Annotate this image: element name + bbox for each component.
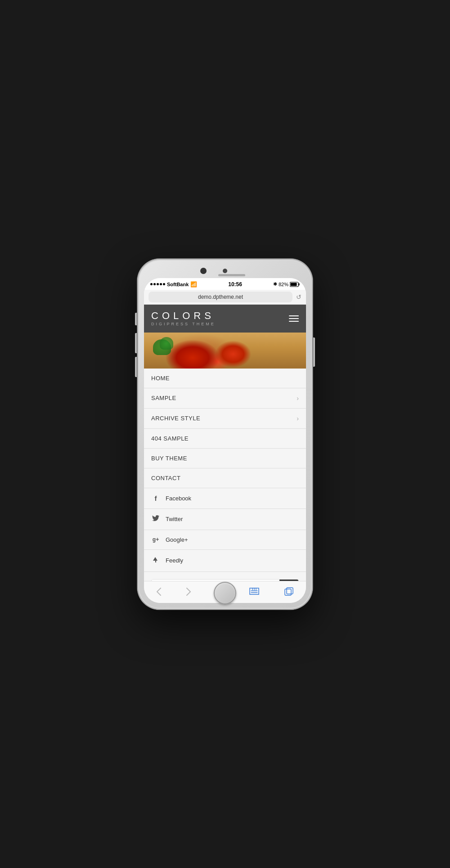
volume-up-button [135,333,137,353]
tabs-icon [284,587,293,596]
hero-image [144,333,306,369]
phone-screen: SoftBank 📶 10:56 ✱ 82% ↺ [144,278,306,603]
hero-green-2 [160,337,173,350]
logo-title: COLORS [151,311,216,321]
status-bar: SoftBank 📶 10:56 ✱ 82% [144,278,306,290]
hamburger-line-1 [289,315,299,316]
reload-button[interactable]: ↺ [296,293,302,301]
url-input[interactable] [148,292,292,302]
social-item-facebook[interactable]: f Facebook [144,488,306,509]
url-bar: ↺ [144,290,306,305]
battery-percentage: 82% [279,282,288,287]
carrier-name: SoftBank [167,282,189,287]
svg-rect-1 [298,283,299,285]
back-icon [157,588,161,596]
signal-indicator [150,283,165,285]
tabs-button[interactable] [281,585,297,598]
forward-button[interactable] [183,586,194,598]
facebook-label: Facebook [166,495,191,502]
svg-rect-8 [287,588,293,594]
googleplus-icon: g+ [151,536,160,543]
nav-label-404: 404 SAMPLE [151,435,189,442]
bluetooth-icon: ✱ [273,281,277,287]
nav-item-404[interactable]: 404 SAMPLE [144,429,306,449]
battery-icon [290,282,300,287]
volume-down-button [135,357,137,377]
feedly-label: Feedly [166,557,183,564]
site-logo: COLORS DIGIPRESS THEME [151,311,216,326]
nav-item-home[interactable]: HOME [144,369,306,388]
nav-item-buy-theme[interactable]: BUY THEME [144,449,306,468]
hamburger-line-2 [289,318,299,319]
social-item-feedly[interactable]: Feedly [144,550,306,572]
status-left: SoftBank 📶 [150,281,197,288]
nav-label-contact: CONTACT [151,475,180,481]
home-button[interactable] [214,582,236,604]
feedly-icon [151,556,160,565]
bookmarks-icon [249,587,259,596]
nav-label-home: HOME [151,375,170,382]
power-button [313,337,315,367]
forward-icon [186,588,191,596]
googleplus-label: Google+ [166,536,188,543]
nav-label-buy-theme: BUY THEME [151,455,187,462]
nav-arrow-archive-style: › [297,415,299,422]
nav-item-contact[interactable]: CONTACT [144,468,306,488]
facebook-icon: f [151,495,160,502]
phone-shell: SoftBank 📶 10:56 ✱ 82% ↺ [137,259,313,610]
bookmarks-button[interactable] [246,585,263,598]
nav-item-sample[interactable]: SAMPLE › [144,388,306,409]
nav-menu: HOME SAMPLE › ARCHIVE STYLE › 404 SAMPLE… [144,369,306,581]
svg-rect-7 [285,589,291,595]
site-header: COLORS DIGIPRESS THEME [144,305,306,333]
nav-arrow-sample: › [297,395,299,402]
back-button[interactable] [153,586,165,598]
speaker [218,274,245,276]
camera-dot [223,269,227,273]
nav-label-sample: SAMPLE [151,395,176,401]
hamburger-button[interactable] [289,315,299,322]
nav-label-archive-style: ARCHIVE STYLE [151,415,200,422]
social-item-googleplus[interactable]: g+ Google+ [144,530,306,550]
status-time: 10:56 [228,281,242,288]
wifi-icon: 📶 [190,281,197,288]
twitter-label: Twitter [166,516,183,522]
social-item-twitter[interactable]: Twitter [144,509,306,530]
status-right: ✱ 82% [273,281,300,287]
logo-subtitle: DIGIPRESS THEME [151,322,216,326]
svg-rect-2 [290,283,297,286]
browser-content: COLORS DIGIPRESS THEME HOME [144,305,306,581]
front-camera [200,268,207,274]
twitter-icon [151,515,160,523]
search-area [144,572,306,581]
mute-button [135,313,137,325]
nav-item-archive-style[interactable]: ARCHIVE STYLE › [144,409,306,429]
hamburger-line-3 [289,321,299,322]
